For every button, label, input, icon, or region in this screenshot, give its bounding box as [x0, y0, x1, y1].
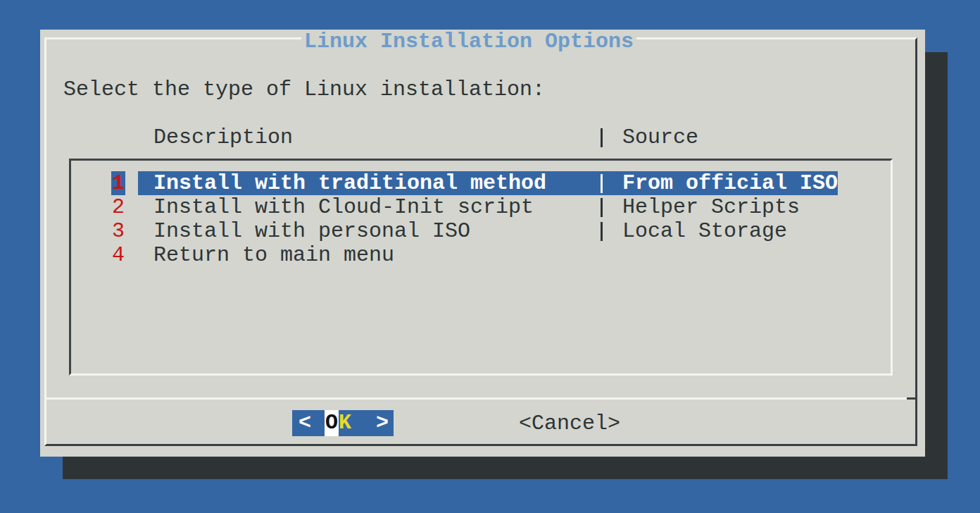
menu-item-tag: 3 — [111, 219, 125, 243]
menu-listbox: 1 Install with traditional method From o… — [69, 159, 893, 376]
menu-item-tag: 4 — [111, 243, 125, 267]
prompt-text: Select the type of Linux installation: — [63, 78, 545, 101]
dialog-title: Linux Installation Options — [301, 30, 636, 53]
column-separator-icon — [601, 198, 603, 217]
ok-bracket-left: < — [299, 410, 311, 436]
column-separator-icon — [601, 222, 603, 241]
button-row: < O K > <Cancel> — [40, 409, 925, 435]
menu-item-source: From official ISO — [622, 171, 838, 195]
ok-bracket-right: > — [376, 410, 389, 436]
button-separator-line — [44, 397, 917, 400]
separator-end-cap — [907, 397, 917, 400]
ok-cursor-char: O — [325, 410, 339, 436]
menu-item-description: Return to main menu — [153, 243, 394, 267]
ok-button[interactable]: < O K > — [292, 410, 394, 436]
menu-item-source: Local Storage — [622, 219, 787, 243]
installation-options-dialog: Linux Installation Options Select the ty… — [40, 30, 925, 457]
cancel-button[interactable]: <Cancel> — [519, 410, 620, 436]
menu-item-personal-iso[interactable]: 3 Install with personal ISO Local Storag… — [71, 219, 891, 243]
menu-item-tag: 1 — [111, 171, 125, 195]
column-header-source: Source — [622, 125, 698, 149]
menu-item-description: Install with traditional method — [153, 171, 546, 195]
menu-item-return-main-menu[interactable]: 4 Return to main menu — [71, 243, 891, 267]
ok-hotkey-char: K — [339, 410, 351, 436]
menu-item-description: Install with personal ISO — [153, 219, 470, 243]
column-header-description: Description — [153, 125, 293, 149]
menu-item-source: Helper Scripts — [622, 195, 800, 219]
menu-item-description: Install with Cloud-Init script — [153, 195, 534, 219]
terminal-screen: Linux Installation Options Select the ty… — [0, 0, 980, 513]
menu-item-cloud-init[interactable]: 2 Install with Cloud-Init script Helper … — [71, 195, 891, 219]
column-header-row: Description Source — [40, 125, 925, 149]
column-separator-icon — [601, 128, 603, 147]
menu-item-traditional[interactable]: 1 Install with traditional method From o… — [71, 171, 891, 195]
menu-item-tag: 2 — [111, 195, 125, 219]
column-separator-icon — [601, 174, 603, 193]
